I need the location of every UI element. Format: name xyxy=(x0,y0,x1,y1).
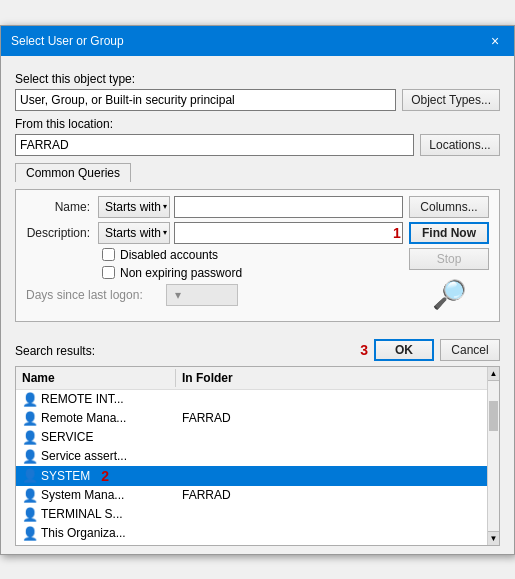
cancel-button[interactable]: Cancel xyxy=(440,339,500,361)
object-type-label: Select this object type: xyxy=(15,72,500,86)
user-icon: 👤 xyxy=(22,392,38,407)
stop-button[interactable]: Stop xyxy=(409,248,489,270)
table-row[interactable]: 👤Service assert... xyxy=(16,447,487,466)
user-icon: 👤 xyxy=(22,411,38,426)
find-now-wrapper: 1 Find Now xyxy=(409,222,489,244)
table-row-selected[interactable]: 👤 SYSTEM 2 xyxy=(16,466,487,486)
search-icon: 🔎 xyxy=(409,278,489,311)
row-folder xyxy=(176,455,188,457)
scroll-thumb[interactable] xyxy=(489,401,498,431)
desc-query-row: Description: Starts with ▾ xyxy=(26,222,403,244)
col-folder-header: In Folder xyxy=(176,369,239,387)
results-table: Name In Folder 👤REMOTE INT... 👤Remote Ma… xyxy=(15,366,500,546)
row-name: 👤REMOTE INT... xyxy=(16,391,176,408)
row-folder: FARRAD xyxy=(176,544,237,545)
queries-columns-area: Name: Starts with ▾ Description: Starts xyxy=(26,196,489,311)
select-user-dialog: Select User or Group × Select this objec… xyxy=(0,25,515,555)
name-query-row: Name: Starts with ▾ xyxy=(26,196,403,218)
disabled-accounts-row: Disabled accounts xyxy=(102,248,403,262)
row-folder xyxy=(176,398,188,400)
badge-1: 1 xyxy=(393,225,401,241)
non-expiring-checkbox[interactable] xyxy=(102,266,115,279)
row-name: 👤 SYSTEM 2 xyxy=(16,467,176,485)
days-dropdown[interactable]: ▾ xyxy=(166,284,238,306)
scroll-down-button[interactable]: ▼ xyxy=(488,531,499,545)
table-row[interactable]: 👤System Mana... FARRAD xyxy=(16,486,487,505)
table-row[interactable]: 👤Remote Mana... FARRAD xyxy=(16,409,487,428)
row-name: 👤Remote Mana... xyxy=(16,410,176,427)
days-row: Days since last logon: ▾ xyxy=(26,284,403,306)
table-row[interactable]: 👤This Organiza... xyxy=(16,524,487,543)
desc-dropdown-arrow: ▾ xyxy=(163,228,167,237)
object-type-input[interactable] xyxy=(15,89,396,111)
scroll-track[interactable] xyxy=(488,381,499,531)
row-folder: FARRAD xyxy=(176,487,237,503)
user-icon: 👤 xyxy=(22,526,38,541)
days-label: Days since last logon: xyxy=(26,288,166,302)
desc-dropdown[interactable]: Starts with ▾ xyxy=(98,222,170,244)
common-queries-tab[interactable]: Common Queries xyxy=(15,163,131,182)
columns-button[interactable]: Columns... xyxy=(409,196,489,218)
common-queries-box: Name: Starts with ▾ Description: Starts xyxy=(15,189,500,322)
search-results-label: Search results: xyxy=(15,344,95,358)
non-expiring-row: Non expiring password xyxy=(102,266,403,280)
badge-3: 3 xyxy=(360,342,368,358)
object-types-button[interactable]: Object Types... xyxy=(402,89,500,111)
location-row: Locations... xyxy=(15,134,500,156)
results-header-row: Search results: 3 OK Cancel xyxy=(15,338,500,362)
table-row[interactable]: 👤TERMINAL S... xyxy=(16,505,487,524)
results-table-header: Name In Folder xyxy=(16,367,487,390)
find-now-button[interactable]: Find Now xyxy=(409,222,489,244)
common-queries-section: Common Queries Name: Starts with ▾ xyxy=(15,162,500,322)
row-name: 👤SERVICE xyxy=(16,429,176,446)
row-name: 👤This Organiza... xyxy=(16,525,176,542)
row-folder xyxy=(176,436,188,438)
name-query-input[interactable] xyxy=(174,196,403,218)
row-name: 👤System Mana... xyxy=(16,487,176,504)
locations-button[interactable]: Locations... xyxy=(420,134,500,156)
table-row[interactable]: 👤SERVICE xyxy=(16,428,487,447)
user-icon: 👤 xyxy=(22,507,38,522)
title-bar: Select User or Group × xyxy=(1,26,514,56)
object-type-row: Object Types... xyxy=(15,89,500,111)
row-folder xyxy=(176,513,188,515)
row-name: 👤Users xyxy=(16,544,176,545)
close-button[interactable]: × xyxy=(486,32,504,50)
location-label: From this location: xyxy=(15,117,500,131)
non-expiring-label: Non expiring password xyxy=(120,266,242,280)
row-folder xyxy=(176,532,188,534)
scrollbar[interactable]: ▲ ▼ xyxy=(487,367,499,545)
user-icon: 👤 xyxy=(22,449,38,464)
scroll-up-button[interactable]: ▲ xyxy=(488,367,499,381)
dialog-title: Select User or Group xyxy=(11,34,124,48)
user-icon: 👤 xyxy=(22,468,38,483)
right-buttons: Columns... 1 Find Now Stop 🔎 xyxy=(409,196,489,311)
disabled-accounts-label: Disabled accounts xyxy=(120,248,218,262)
user-icon: 👤 xyxy=(22,430,38,445)
disabled-accounts-checkbox[interactable] xyxy=(102,248,115,261)
badge-2: 2 xyxy=(101,468,109,484)
row-name: 👤TERMINAL S... xyxy=(16,506,176,523)
days-arrow: ▾ xyxy=(175,288,181,302)
ok-button[interactable]: OK xyxy=(374,339,434,361)
row-folder xyxy=(176,475,188,477)
dialog-content: Select this object type: Object Types...… xyxy=(1,56,514,338)
desc-query-label: Description: xyxy=(26,226,98,240)
location-input[interactable] xyxy=(15,134,414,156)
desc-query-input[interactable] xyxy=(174,222,403,244)
name-query-label: Name: xyxy=(26,200,98,214)
dialog-bottom: Search results: 3 OK Cancel Name In Fold… xyxy=(1,338,514,554)
user-icon: 👤 xyxy=(22,488,38,503)
table-row[interactable]: 👤Users FARRAD xyxy=(16,543,487,545)
name-dropdown-arrow: ▾ xyxy=(163,202,167,211)
results-list: Name In Folder 👤REMOTE INT... 👤Remote Ma… xyxy=(16,367,487,545)
ok-cancel-area: 3 OK Cancel xyxy=(360,339,500,361)
col-name-header: Name xyxy=(16,369,176,387)
row-name: 👤Service assert... xyxy=(16,448,176,465)
name-dropdown[interactable]: Starts with ▾ xyxy=(98,196,170,218)
row-folder: FARRAD xyxy=(176,410,237,426)
queries-left: Name: Starts with ▾ Description: Starts xyxy=(26,196,403,311)
table-row[interactable]: 👤REMOTE INT... xyxy=(16,390,487,409)
